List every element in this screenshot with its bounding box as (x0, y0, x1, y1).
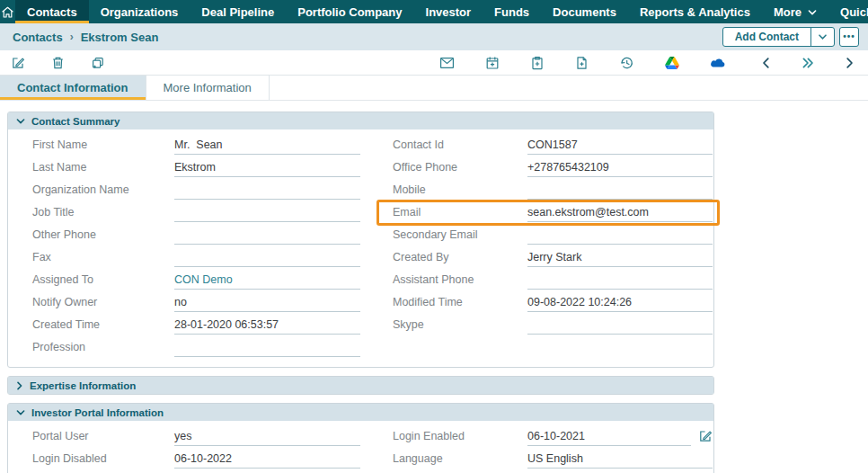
record-detail: Contact SummaryFirst NameMr. SeanLast Na… (0, 101, 868, 473)
field-row: LanguageUS English (393, 449, 713, 471)
field-value[interactable]: CON Demo (174, 270, 360, 290)
field-label: Skype (393, 315, 527, 335)
record-toolbar (0, 50, 868, 76)
field-label: Office Phone (393, 157, 527, 177)
toolbar-edit-group (11, 56, 105, 70)
field-value-text: Ekstrom (174, 161, 216, 174)
nav-item-organizations[interactable]: Organizations (89, 0, 190, 23)
nav-item-label: Deal Pipeline (201, 5, 274, 19)
clone-icon[interactable] (91, 56, 105, 70)
edit-icon[interactable] (698, 426, 713, 446)
field-label: Profession (32, 337, 174, 357)
section-fields: Portal UseryesLogin Disabled06-10-2022Lo… (8, 421, 713, 473)
field-value (174, 180, 360, 200)
field-label: Modified Time (393, 292, 527, 312)
nav-item-funds[interactable]: Funds (483, 0, 541, 23)
toolbar-record-nav-group (760, 57, 859, 69)
field-value: Ekstrom (174, 157, 360, 177)
breadcrumb-parent[interactable]: Contacts (13, 31, 63, 44)
nav-item-portfolio-company[interactable]: Portfolio Company (286, 0, 413, 23)
add-event-icon[interactable] (485, 56, 500, 70)
field-value: 28-01-2020 06:53:57 (174, 315, 360, 335)
email-icon[interactable] (439, 57, 455, 69)
field-label: Login Enabled (393, 426, 527, 446)
double-chevron-right-icon[interactable] (801, 57, 815, 69)
delete-icon[interactable] (51, 56, 65, 70)
section-title: Contact Summary (31, 116, 120, 127)
nav-item-investor[interactable]: Investor (414, 0, 483, 23)
nav-item-more[interactable]: More (762, 0, 828, 23)
section-header-contact-summary[interactable]: Contact Summary (8, 112, 713, 129)
chevron-down-icon (16, 409, 25, 416)
field-value: CON1587 (527, 135, 713, 155)
field-label: Email (393, 202, 527, 222)
add-task-icon[interactable] (530, 56, 545, 70)
field-label: Contact Id (393, 135, 527, 155)
field-value (527, 180, 713, 200)
add-document-icon[interactable] (575, 56, 589, 70)
breadcrumb-separator-icon: › (70, 31, 74, 43)
crm-app: ContactsOrganizationsDeal PipelinePortfo… (0, 0, 868, 473)
history-icon[interactable] (619, 56, 634, 70)
field-label: Job Title (32, 202, 174, 222)
google-drive-icon[interactable] (665, 57, 679, 69)
field-row: Notify Ownerno (32, 292, 360, 315)
field-label: Assigned To (32, 270, 174, 290)
field-row: Mobile (393, 180, 713, 202)
nav-items: ContactsOrganizationsDeal PipelinePortfo… (15, 0, 868, 23)
fields-right-column: Login Enabled06-10-2021LanguageUS Englis… (393, 426, 713, 471)
field-row: Login Enabled06-10-2021 (393, 426, 713, 449)
chevron-right-icon[interactable] (843, 57, 855, 69)
field-row: Last NameEkstrom (32, 157, 360, 180)
field-label: Other Phone (32, 225, 174, 245)
field-row: Organization Name (32, 180, 360, 202)
nav-item-contacts[interactable]: Contacts (15, 0, 89, 23)
section-header-expertise-information[interactable]: Expertise Information (8, 377, 713, 394)
fields-right-column: Contact IdCON1587Office Phone+2787654321… (393, 135, 713, 360)
tab-contact-information[interactable]: Contact Information (0, 76, 146, 100)
section-header-investor-portal-information[interactable]: Investor Portal Information (8, 404, 713, 421)
field-value-text: 09-08-2022 10:24:26 (527, 296, 632, 308)
field-value (174, 247, 360, 267)
nav-item-reports-analytics[interactable]: Reports & Analytics (628, 0, 762, 23)
field-value-text: yes (174, 430, 191, 442)
nav-item-label: Contacts (27, 5, 77, 19)
field-value: sean.ekstrom@test.com (527, 202, 713, 222)
field-row: Skype (393, 315, 713, 337)
tab-label: More Information (164, 81, 252, 94)
chevron-down-icon (808, 9, 817, 16)
section-title: Investor Portal Information (31, 407, 164, 418)
tab-more-information[interactable]: More Information (146, 76, 270, 100)
field-label: Mobile (393, 180, 527, 200)
field-value (174, 225, 360, 245)
field-value-text: 28-01-2020 06:53:57 (174, 318, 279, 331)
nav-item-label: More (774, 5, 802, 19)
field-row: Profession (32, 337, 360, 360)
edit-icon[interactable] (11, 56, 25, 70)
nav-item-quick-create[interactable]: Quick Create (828, 0, 868, 23)
breadcrumb-bar: Contacts › Ekstrom Sean Add Contact ••• (0, 23, 868, 50)
header-actions: Add Contact ••• (722, 27, 859, 47)
field-row: Created Time28-01-2020 06:53:57 (32, 315, 360, 337)
nav-item-label: Portfolio Company (297, 5, 402, 19)
field-row: Assigned ToCON Demo (32, 270, 360, 292)
onedrive-icon[interactable] (710, 58, 726, 68)
field-value-text: +278765432109 (527, 161, 609, 174)
more-actions-button[interactable]: ••• (839, 27, 859, 47)
nav-item-documents[interactable]: Documents (541, 0, 628, 23)
record-tabs: Contact InformationMore Information (0, 76, 868, 101)
section-investor-portal-information: Investor Portal InformationPortal Userye… (7, 403, 714, 473)
field-value: yes (174, 426, 360, 446)
section-expertise-information: Expertise Information (7, 376, 714, 395)
field-label: Assistant Phone (393, 270, 527, 290)
nav-item-deal-pipeline[interactable]: Deal Pipeline (190, 0, 286, 23)
nav-home[interactable] (0, 0, 15, 23)
field-value-text: sean.ekstrom@test.com (527, 206, 649, 219)
field-value-text: US English (527, 452, 583, 465)
chevron-left-icon[interactable] (760, 57, 773, 69)
field-label: Language (393, 449, 527, 469)
field-value (174, 202, 360, 222)
add-contact-button[interactable]: Add Contact (723, 28, 810, 46)
add-contact-dropdown-button[interactable] (810, 28, 834, 46)
field-row: Login Disabled06-10-2022 (32, 449, 360, 471)
